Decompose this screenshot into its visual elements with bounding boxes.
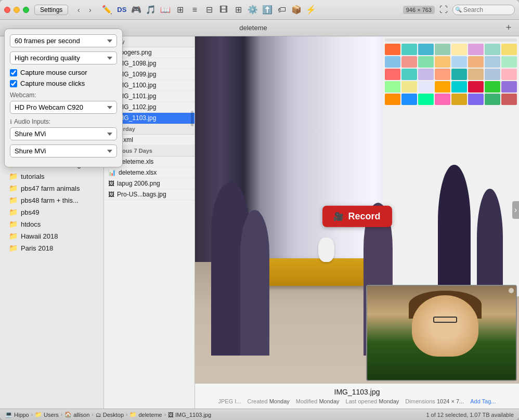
deleteme-icon: 📁 [129,411,137,418]
ds-icon: DS [116,4,127,16]
traffic-lights [4,7,29,13]
store-image: › 🎥 Record [195,36,519,383]
settings-button[interactable]: Settings [34,5,68,15]
capture-cursor-label: Capture mouse cursor [20,69,87,76]
toolbar2-right: + [502,22,515,34]
pbs49-icon: 📁 [8,208,18,216]
minimize-button[interactable] [14,7,20,13]
scrollbar[interactable] [191,111,193,126]
add-tags[interactable]: Add Tag... [470,398,496,404]
book-icon[interactable]: 📖 [160,4,171,16]
action-icon[interactable]: ⚡ [305,4,317,16]
filmstrip-icon[interactable]: 🎞 [218,4,229,16]
desktop-bc-icon: 🗂 [96,412,101,418]
forward-button[interactable]: › [85,5,95,15]
bc-hippo: 💻 Hippo [5,411,29,418]
record-label: Record [348,211,380,221]
sidebar-item-tutorials[interactable]: 📁 tutorials [2,170,101,182]
bottom-panel: IMG_1103.jpg JPEG I... Created Monday Mo… [195,383,519,409]
audio-label: Audio Inputs: [14,118,50,125]
png2-icon: 🖼 [108,180,114,187]
tutorials-icon: 📁 [8,172,18,180]
audio2-select[interactable]: Shure MVi Built-in Microphone None [10,145,117,158]
dimensions-label: Dimensions 1024 × 7... [405,398,464,404]
capture-clicks-label: Capture mouse clicks [20,80,85,87]
hawaii-icon: 📁 [8,232,18,240]
audio-section: ℹ Audio Inputs: [10,118,117,125]
next-arrow[interactable]: › [512,201,519,219]
preview-image-container: › 🎥 Record [195,36,519,383]
search-input[interactable] [452,5,515,15]
paris-icon: 📁 [8,244,18,252]
webcam-glasses [433,317,457,323]
sidebar-label: pbs48 farm + this... [21,196,79,204]
sidebar-item-hawaii[interactable]: 📁 Hawaii 2018 [2,230,101,242]
resize-handle[interactable] [509,288,514,293]
fps-row: 60 frames per second 30 frames per secon… [10,34,117,47]
bc-desktop: 🗂 Desktop [96,412,124,418]
add-button[interactable]: + [502,22,515,34]
sidebar-item-pbs49[interactable]: 📁 pbs49 [2,206,101,218]
app-icon[interactable]: 🎮 [131,4,142,16]
file-item[interactable]: 🖼 lapug 2006.png [104,178,194,189]
xlsx-icon: 📊 [108,169,116,176]
fps-select[interactable]: 60 frames per second 30 frames per secon… [10,34,117,47]
audio1-row: Shure MVi Built-in Microphone None [10,127,117,140]
bc-allison: 🏠 allison [64,411,89,418]
webcam-row: HD Pro Webcam C920 None FaceTime Camera [10,101,117,114]
sidebar-item-htdocs[interactable]: 📁 htdocs [2,218,101,230]
sidebar-label: Paris 2018 [21,244,53,252]
list-icon[interactable]: ≡ [189,4,200,16]
sidebar-label: htdocs [21,220,41,228]
file-item[interactable]: 🖼 Pro-US...bags.jpg [104,189,194,200]
pbs48-icon: 📁 [8,196,18,204]
bc-users: 📁 Users [35,411,59,418]
capture-clicks-checkbox[interactable] [10,80,17,87]
file-title: IMG_1103.jpg [201,388,513,396]
label-icon[interactable]: 🏷 [276,4,288,16]
close-button[interactable] [4,7,10,13]
settings-gear-icon[interactable]: ⚙️ [247,4,258,16]
webcam-person [367,286,516,380]
webcam-label: Webcam: [10,91,36,99]
record-button[interactable]: 🎥 Record [322,205,392,227]
capture-clicks-row: Capture mouse clicks [10,80,117,87]
share-icon[interactable]: ⬆️ [262,4,273,16]
webcam-section: Webcam: [10,91,117,99]
nav-arrows: ‹ › [73,5,95,15]
capture-cursor-row: Capture mouse cursor [10,69,117,76]
maximize-button[interactable] [23,7,29,13]
last-opened-label: Last opened Monday [346,398,399,404]
users-folder-icon: 📁 [35,411,42,418]
computer-icon: 💻 [5,411,12,418]
toolbar-icons: ✏️ DS 🎮 🎵 📖 ⊞ ≡ ⊟ 🎞 ⊞ ⚙️ ⬆️ 🏷 📦 ⚡ [101,4,317,16]
fullscreen-icon[interactable]: ⛶ [438,4,449,16]
bc-deleteme: 📁 deleteme [129,411,162,418]
pencil-icon[interactable]: ✏️ [101,4,113,16]
sidebar-item-paris[interactable]: 📁 Paris 2018 [2,242,101,254]
back-button[interactable]: ‹ [73,5,84,15]
file-bc-icon: 🖼 [168,412,174,418]
sidebar-item-pbs47[interactable]: 📁 pbs47 farm animals [2,182,101,194]
capture-cursor-checkbox[interactable] [10,69,17,76]
music-icon[interactable]: 🎵 [145,4,157,16]
webcam-overlay [366,285,517,381]
statusbar: 💻 Hippo › 📁 Users › 🏠 allison › 🗂 Deskto… [0,409,519,420]
grid-icon[interactable]: ⊞ [174,4,186,16]
quality-row: High recording quality Medium recording … [10,51,117,64]
preview-area: › 🎥 Record [195,36,519,409]
file-item[interactable]: 📊 deleteme.xlsx [104,167,194,178]
grid2-icon[interactable]: ⊞ [232,4,244,16]
audio1-select[interactable]: Shure MVi Built-in Microphone None [10,127,117,140]
sidebar-item-pbs48[interactable]: 📁 pbs48 farm + this... [2,194,101,206]
jpg2-icon: 🖼 [108,191,114,198]
sidebar-label: Hawaii 2018 [21,232,58,240]
pbs47-icon: 📁 [8,184,18,192]
webcam-select[interactable]: HD Pro Webcam C920 None FaceTime Camera [10,101,117,114]
dropbox-icon[interactable]: 📦 [291,4,302,16]
columns-icon[interactable]: ⊟ [203,4,215,16]
quality-select[interactable]: High recording quality Medium recording … [10,51,117,64]
dimension-badge: 946 × 763 [403,6,435,14]
audio2-row: Shure MVi Built-in Microphone None [10,145,117,158]
sidebar-label: tutorials [21,173,45,180]
